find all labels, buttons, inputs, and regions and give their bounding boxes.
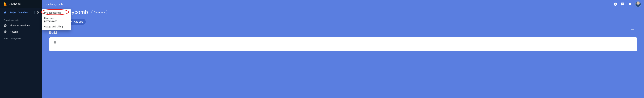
menu-item-project-settings[interactable]: Project settings (42, 10, 70, 15)
globe-icon (53, 40, 57, 45)
project-overview-label: Project Overview (10, 11, 28, 14)
project-overview-row[interactable]: Project Overview (0, 8, 42, 17)
build-card[interactable] (49, 37, 637, 51)
drag-handle-icon[interactable] (630, 27, 634, 32)
note-icon[interactable] (621, 2, 624, 6)
project-switcher[interactable]: ccv-honeycomb (46, 3, 66, 5)
menu-item-label: Users and permissions (44, 17, 57, 22)
menu-item-usage-billing[interactable]: Usage and billing (42, 24, 70, 29)
brand-name: Firebase (9, 2, 21, 6)
main: ccv-honeycomb ccv-honeycomb Spark plan (42, 0, 644, 98)
sidebar-section-shortcuts: Project shortcuts (0, 17, 42, 22)
add-app-label: Add app (74, 20, 83, 23)
help-icon[interactable] (614, 2, 617, 6)
stack-icon (4, 24, 7, 27)
settings-menu: Project settings Users and permissions U… (42, 9, 70, 30)
avatar[interactable] (635, 1, 641, 7)
sidebar-item-label: Hosting (10, 30, 18, 33)
sidebar: Firebase Project Overview Project shortc… (0, 0, 42, 98)
menu-item-label: Project settings (44, 11, 61, 14)
section-build-heading: Build (49, 31, 637, 35)
bell-icon[interactable] (628, 2, 632, 6)
menu-item-label: Usage and billing (44, 25, 63, 28)
brand-row: Firebase (0, 0, 42, 8)
plan-badge[interactable]: Spark plan (92, 10, 108, 14)
sidebar-item-label: Firestore Database (10, 24, 30, 27)
project-switcher-label: ccv-honeycomb (46, 3, 63, 5)
menu-item-users-permissions[interactable]: Users and permissions (42, 15, 70, 24)
chevron-down-icon (64, 3, 66, 5)
divider (34, 11, 34, 14)
sidebar-item-firestore[interactable]: Firestore Database (0, 22, 42, 29)
sidebar-item-hosting[interactable]: Hosting (0, 29, 42, 35)
sidebar-section-categories: Product categories (0, 35, 42, 41)
gear-icon[interactable] (36, 11, 40, 14)
topbar: ccv-honeycomb (42, 0, 644, 8)
firebase-logo-icon (4, 2, 7, 6)
content: ccv-honeycomb Spark plan 1 app Add app B… (42, 9, 644, 51)
globe-icon (4, 30, 7, 34)
home-icon (4, 11, 7, 14)
